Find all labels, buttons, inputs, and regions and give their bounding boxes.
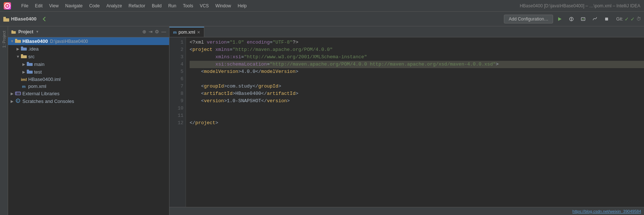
side-strip-project-label[interactable]: 1: Project: [2, 31, 6, 48]
line-num-5: 5: [169, 68, 183, 75]
menu-help[interactable]: Help: [235, 3, 250, 9]
svg-rect-15: [21, 48, 27, 51]
src-folder-icon: [21, 53, 27, 60]
line-numbers: 1 2 3 4 5 6 7 8 9 10 11 12: [169, 37, 186, 207]
title-bar: File Edit View Navigate Code Analyze Ref…: [0, 0, 644, 12]
tree-idea-folder[interactable]: ▶ .idea: [8, 45, 169, 53]
editor-content: 1 2 3 4 5 6 7 8 9 10 11 12 <?xml version…: [169, 37, 644, 207]
root-chevron: ▼: [10, 39, 15, 43]
root-path: D:\java\HBase0400: [50, 39, 88, 44]
code-line-5: <modelVersion>4.0.0</modelVersion>: [190, 68, 644, 75]
tree-scratches[interactable]: ▶ S Scratches and Consoles: [8, 97, 169, 105]
side-strip: 1: Project: [0, 26, 8, 215]
tree-root[interactable]: ▼ HBase0400 D:\java\HBase0400: [8, 37, 169, 45]
line-num-6: 6: [169, 75, 183, 83]
idea-folder-icon: [21, 46, 27, 52]
editor-area: m pom.xml ✕ 1 2 3 4 5 6 7 8 9 10 11 12: [169, 26, 644, 215]
svg-rect-22: [15, 92, 21, 95]
status-url-link[interactable]: https://blog.csdn.net/weixin_39049584: [572, 209, 641, 214]
menu-edit[interactable]: Edit: [32, 3, 45, 9]
stop-button[interactable]: [601, 14, 612, 24]
tab-pom-label: pom.xml: [179, 30, 195, 35]
code-line-9: <version>1.0-SNAPSHOT</version>: [190, 97, 644, 105]
code-line-11: [190, 112, 644, 119]
menu-vcs[interactable]: VCS: [197, 3, 212, 9]
line-num-3: 3: [169, 53, 183, 61]
code-line-2: <project xmlns="http://maven.apache.org/…: [190, 46, 644, 53]
add-configuration-button[interactable]: Add Configuration…: [504, 15, 553, 23]
svg-rect-19: [27, 63, 33, 66]
src-folder-name: src: [28, 54, 34, 59]
src-chevron: ▼: [15, 55, 21, 59]
tab-pom-xml[interactable]: m pom.xml ✕: [169, 27, 204, 37]
tree-src-folder[interactable]: ▼ src: [8, 53, 169, 60]
tab-xml-icon: m: [173, 30, 177, 34]
profile-icon: [592, 16, 597, 22]
main-folder-name: main: [34, 62, 44, 67]
toolbar: HBase0400 Add Configuration…: [0, 12, 644, 26]
line-num-7: 7: [169, 83, 183, 90]
test-folder-name: test: [34, 69, 42, 75]
code-editor[interactable]: <?xml version="1.0" encoding="UTF-8"?> <…: [186, 37, 644, 207]
menu-analyze[interactable]: Analyze: [103, 3, 125, 9]
scratches-icon: S: [15, 98, 21, 104]
main-chevron: ▶: [21, 62, 26, 66]
profile-button[interactable]: [590, 14, 600, 24]
extlibs-icon: [15, 90, 21, 97]
project-name: HBase0400: [11, 16, 36, 22]
settings-icon[interactable]: ⚙: [155, 29, 159, 34]
menu-build[interactable]: Build: [149, 3, 165, 9]
code-line-12: </project>: [190, 119, 644, 127]
coverage-button[interactable]: [578, 14, 588, 24]
code-line-3: xmlns:xsi="http://www.w3.org/2001/XMLSch…: [190, 53, 644, 61]
pom-file-name: pom.xml: [28, 84, 46, 89]
menu-run[interactable]: Run: [165, 3, 179, 9]
svg-rect-13: [15, 40, 21, 43]
code-line-7: <groupId>com.study</groupId>: [190, 83, 644, 90]
run-button[interactable]: [555, 14, 565, 24]
menu-file[interactable]: File: [18, 3, 31, 9]
project-panel-title: Project: [18, 29, 33, 34]
line-num-11: 11: [169, 112, 183, 119]
line-num-10: 10: [169, 105, 183, 112]
svg-marker-4: [558, 17, 561, 21]
app-logo: [4, 2, 11, 10]
code-line-8: <artifactId>HBase0400</artifactId>: [190, 90, 644, 97]
tree-test-folder[interactable]: ▶ test: [8, 68, 169, 76]
code-line-6: [190, 75, 644, 83]
line-num-1: 1: [169, 39, 183, 46]
menu-window[interactable]: Window: [212, 3, 234, 9]
tree-external-libs[interactable]: ▶ External Libraries: [8, 90, 169, 97]
iml-file-name: HBase0400.iml: [28, 77, 61, 82]
tree-iml-file[interactable]: iml HBase0400.iml: [8, 76, 169, 83]
project-panel-header: Project ▾ ⊕ ⇥ ⚙ —: [8, 26, 169, 37]
external-libs-label: External Libraries: [22, 91, 59, 96]
debug-button[interactable]: [566, 14, 577, 24]
pom-file-icon: m: [21, 84, 27, 89]
menu-navigate[interactable]: Navigate: [62, 3, 85, 9]
tree-pom-file[interactable]: m pom.xml: [8, 83, 169, 90]
back-button[interactable]: [39, 14, 50, 24]
project-panel: Project ▾ ⊕ ⇥ ⚙ — ▼ HBase0400 D:\java\HB…: [8, 26, 169, 215]
tab-close-button[interactable]: ✕: [197, 30, 200, 35]
line-num-9: 9: [169, 97, 183, 105]
menu-refactor[interactable]: Refactor: [126, 3, 148, 9]
collapse-icon[interactable]: ⇥: [149, 29, 153, 34]
scope-icon[interactable]: ⊕: [142, 29, 146, 34]
project-dropdown-icon[interactable]: ▾: [36, 29, 39, 34]
tree-main-folder[interactable]: ▶ main: [8, 60, 169, 68]
folder-panel-icon: [11, 29, 16, 34]
scratches-chevron: ▶: [10, 99, 15, 103]
menu-code[interactable]: Code: [86, 3, 103, 9]
minimize-icon[interactable]: —: [161, 29, 166, 34]
menu-view[interactable]: View: [46, 3, 62, 9]
test-chevron: ▶: [21, 70, 26, 74]
test-folder-icon: [26, 69, 33, 75]
toolbar-right: Add Configuration…: [504, 14, 641, 24]
svg-rect-3: [3, 18, 9, 22]
idea-chevron: ▶: [15, 47, 21, 51]
code-line-4: xsi:schemaLocation="http://maven.apache.…: [190, 61, 644, 68]
svg-rect-21: [27, 71, 33, 74]
menu-tools[interactable]: Tools: [180, 3, 196, 9]
menu-bar: File Edit View Navigate Code Analyze Ref…: [18, 3, 512, 9]
